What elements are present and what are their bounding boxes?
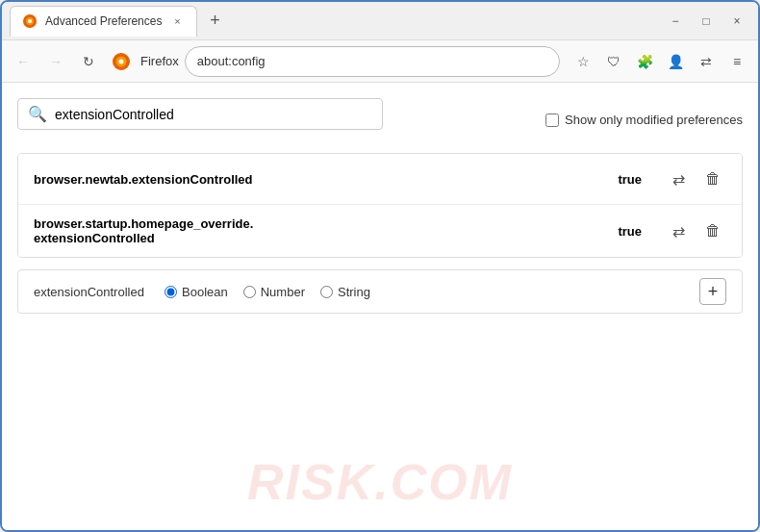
toggle-button-2[interactable]: ⇄ [665, 217, 692, 244]
row-actions-2: ⇄ 🗑 [665, 217, 726, 244]
boolean-radio[interactable] [165, 286, 177, 298]
pref-name-2: browser.startup.homepage_override. exten… [34, 216, 610, 245]
sync-icon[interactable]: ⇄ [693, 48, 720, 75]
pref-value-1: true [618, 172, 642, 187]
tab-title: Advanced Preferences [45, 14, 162, 28]
browser-tab[interactable]: Advanced Preferences × [10, 6, 197, 37]
page-content: RISK.COM 🔍 Show only modified preference… [2, 83, 758, 530]
browser-window: Advanced Preferences × + − □ × ← → ↻ Fir… [0, 0, 760, 532]
menu-icon[interactable]: ≡ [723, 48, 750, 75]
firefox-label: Firefox [140, 54, 179, 68]
delete-button-1[interactable]: 🗑 [699, 165, 726, 192]
number-radio[interactable] [243, 286, 256, 298]
boolean-radio-label[interactable]: Boolean [165, 285, 228, 299]
title-bar: Advanced Preferences × + − □ × [2, 2, 758, 40]
table-row: browser.startup.homepage_override. exten… [18, 205, 742, 257]
search-input[interactable] [55, 107, 372, 122]
number-radio-label[interactable]: Number [243, 285, 305, 299]
back-button[interactable]: ← [10, 48, 37, 75]
nav-icons: ☆ 🛡 🧩 👤 ⇄ ≡ [570, 48, 750, 75]
forward-button[interactable]: → [42, 48, 69, 75]
pocket-icon[interactable]: 🛡 [600, 48, 627, 75]
table-row: browser.newtab.extensionControlled true … [18, 154, 742, 205]
svg-point-2 [28, 19, 32, 23]
url-text: about:config [197, 54, 547, 68]
minimize-button[interactable]: − [662, 8, 689, 35]
window-controls: − □ × [662, 8, 750, 35]
show-modified-checkbox[interactable] [545, 114, 559, 127]
tab-close-button[interactable]: × [169, 13, 185, 29]
window-close-button[interactable]: × [723, 8, 750, 35]
string-radio-label[interactable]: String [320, 285, 370, 299]
show-modified-option: Show only modified preferences [545, 113, 743, 127]
firefox-favicon [22, 13, 38, 29]
search-bar[interactable]: 🔍 [17, 98, 383, 130]
pref-value-2: true [618, 224, 642, 239]
extension-icon[interactable]: 🧩 [631, 48, 658, 75]
row-actions-1: ⇄ 🗑 [665, 165, 726, 192]
search-icon: 🔍 [28, 105, 47, 123]
add-pref-button[interactable]: + [699, 278, 726, 305]
bookmark-icon[interactable]: ☆ [570, 48, 596, 75]
new-tab-button[interactable]: + [201, 8, 228, 35]
show-modified-label[interactable]: Show only modified preferences [565, 113, 743, 127]
firefox-logo-icon [112, 52, 131, 71]
delete-button-2[interactable]: 🗑 [699, 217, 726, 244]
new-pref-name: extensionControlled [34, 285, 149, 299]
results-table: browser.newtab.extensionControlled true … [17, 153, 743, 258]
url-bar[interactable]: about:config [185, 46, 560, 77]
type-radio-group: Boolean Number String [165, 285, 370, 299]
pref-name-1: browser.newtab.extensionControlled [34, 172, 610, 187]
search-row: 🔍 Show only modified preferences [17, 98, 743, 141]
new-pref-row: extensionControlled Boolean Number Strin… [17, 269, 743, 314]
maximize-button[interactable]: □ [693, 8, 720, 35]
watermark: RISK.COM [247, 453, 513, 511]
nav-bar: ← → ↻ Firefox about:config ☆ 🛡 🧩 👤 ⇄ ≡ [2, 40, 758, 83]
svg-point-5 [119, 59, 124, 63]
string-radio[interactable] [320, 286, 333, 298]
toggle-button-1[interactable]: ⇄ [665, 165, 692, 192]
reload-button[interactable]: ↻ [75, 48, 102, 75]
profile-icon[interactable]: 👤 [662, 48, 689, 75]
